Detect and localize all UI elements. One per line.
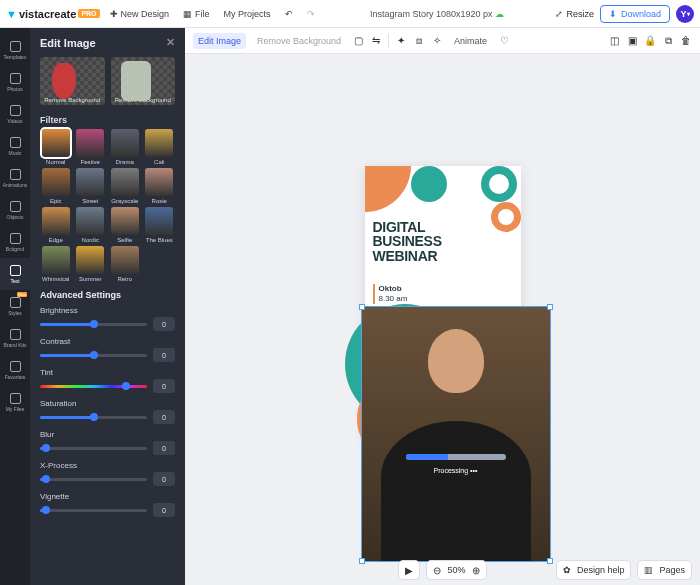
filter-grid: NormalFestiveDramaCaliEpicStreetGrayscal… [30,129,185,282]
rail-item-objects[interactable]: Objects [0,194,30,226]
zoom-control[interactable]: ⊖50%⊕ [426,560,486,580]
my-projects-button[interactable]: My Projects [220,7,275,21]
slider-track[interactable] [40,447,147,450]
position-icon[interactable]: ◫ [608,35,620,47]
slider-value: 0 [153,317,175,331]
filter-selfie[interactable]: Selfie [109,207,141,243]
filter-retro[interactable]: Retro [109,246,141,282]
slider-value: 0 [153,503,175,517]
adjust-icon[interactable]: ⧈ [413,35,425,47]
slider-track[interactable] [40,478,147,481]
slider-track[interactable] [40,385,147,388]
slider-contrast: Contrast0 [40,337,175,362]
delete-icon[interactable]: 🗑 [680,35,692,47]
advanced-settings-heading: Advanced Settings [40,290,175,300]
rail-item-styles[interactable]: StylesNew [0,290,30,322]
panel-title: Edit Image [40,37,96,49]
rail-item-photos[interactable]: Photos [0,66,30,98]
duplicate-icon[interactable]: ⧉ [662,35,674,47]
design-help-button[interactable]: ✿ Design help [556,560,632,580]
top-bar: ▼vistacreatePRO ✚ New Design ▦ File My P… [0,0,700,28]
bg-remove-thumb[interactable]: Remove Background [40,57,105,105]
filter-street[interactable]: Street [75,168,107,204]
file-menu[interactable]: ▦ File [179,7,214,21]
decor-shape [491,202,521,232]
side-rail: TemplatesPhotosVideosMusicAnimationsObje… [0,28,30,585]
filter-edge[interactable]: Edge [40,207,72,243]
document-title[interactable]: Instagram Story 1080x1920 px ☁ [370,9,504,19]
filter-whimsical[interactable]: Whimsical [40,246,72,282]
rail-item-favorites[interactable]: Favorites [0,354,30,386]
slider-value: 0 [153,410,175,424]
rail-item-bckgrnd[interactable]: Bckgrnd [0,226,30,258]
slider-track[interactable] [40,416,147,419]
slider-track[interactable] [40,354,147,357]
slider-value: 0 [153,348,175,362]
user-avatar[interactable]: Y▾ [676,5,694,23]
filter-drama[interactable]: Drama [109,129,141,165]
pro-badge: PRO [78,9,99,18]
pages-button[interactable]: ▥ Pages [637,560,692,580]
filter-grayscale[interactable]: Grayscale [109,168,141,204]
rail-item-brand-kits[interactable]: Brand Kits [0,322,30,354]
resize-handle[interactable] [547,304,553,310]
slider-saturation: Saturation0 [40,399,175,424]
filter-rosie[interactable]: Rosie [144,168,176,204]
filter-nordic[interactable]: Nordic [75,207,107,243]
effects-icon[interactable]: ✦ [395,35,407,47]
rail-item-text[interactable]: Text [0,258,30,290]
remove-background-tab[interactable]: Remove Background [252,33,346,49]
rail-item-templates[interactable]: Templates [0,34,30,66]
filter-cali[interactable]: Cali [144,129,176,165]
event-info[interactable]: Oktob8.30 am [373,284,408,305]
filter-summer[interactable]: Summer [75,246,107,282]
resize-handle[interactable] [359,304,365,310]
edit-image-tab[interactable]: Edit Image [193,33,246,49]
slider-track[interactable] [40,323,147,326]
selection-box[interactable]: Processing ••• [361,306,551,562]
selected-image[interactable] [362,307,550,561]
slider-track[interactable] [40,509,147,512]
slider-x-process: X-Process0 [40,461,175,486]
filter-normal[interactable]: Normal [40,129,72,165]
decor-shape [481,166,517,202]
decor-shape [365,166,411,212]
slider-blur: Blur0 [40,430,175,455]
download-button[interactable]: ⬇ Download [600,5,670,23]
slider-brightness: Brightness0 [40,306,175,331]
play-button[interactable]: ▶ [398,560,420,580]
redo-button[interactable]: ↷ [303,7,319,21]
logo[interactable]: ▼vistacreatePRO [6,8,100,20]
resize-button[interactable]: ⤢ Resize [555,9,594,19]
close-panel-button[interactable]: ✕ [166,36,175,49]
filter-epic[interactable]: Epic [40,168,72,204]
bottom-bar: ▶ ⊖50%⊕ ✿ Design help ▥ Pages [185,555,700,585]
layer-icon[interactable]: ▣ [626,35,638,47]
rail-item-animations[interactable]: Animations [0,162,30,194]
slider-value: 0 [153,441,175,455]
rail-item-videos[interactable]: Videos [0,98,30,130]
processing-bar [406,454,506,460]
headline-text[interactable]: DIGITAL BUSINESS WEBINAR [373,220,442,264]
flip-icon[interactable]: ⇋ [370,35,382,47]
animate-button[interactable]: Animate [449,33,492,49]
rail-item-my-files[interactable]: My Files [0,386,30,418]
new-design-button[interactable]: ✚ New Design [106,7,174,21]
enhance-icon[interactable]: ✧ [431,35,443,47]
filter-the-blues[interactable]: The Blues [144,207,176,243]
processing-label: Processing ••• [434,467,478,474]
artboard[interactable]: DIGITAL BUSINESS WEBINAR Oktob8.30 am Sp… [365,166,521,444]
filters-heading: Filters [30,105,185,129]
bg-remove-thumb-alt[interactable]: Remove Background [111,57,176,105]
undo-button[interactable]: ↶ [281,7,297,21]
favorite-icon[interactable]: ♡ [498,35,510,47]
filter-festive[interactable]: Festive [75,129,107,165]
slider-vignette: Vignette0 [40,492,175,517]
decor-shape [411,166,447,202]
lock-icon[interactable]: 🔒 [644,35,656,47]
crop-icon[interactable]: ▢ [352,35,364,47]
context-toolbar: Edit Image Remove Background ▢ ⇋ ✦ ⧈ ✧ A… [185,28,700,54]
edit-image-panel: Edit Image ✕ Remove Background Remove Ba… [30,28,185,585]
rail-item-music[interactable]: Music [0,130,30,162]
canvas-stage[interactable]: DIGITAL BUSINESS WEBINAR Oktob8.30 am Sp… [185,54,700,555]
